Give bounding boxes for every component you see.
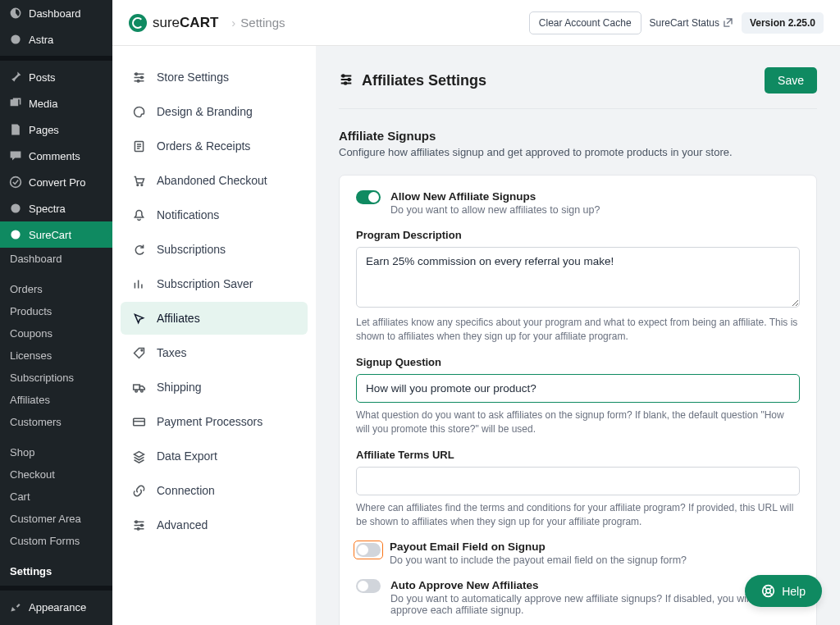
snav-shipping[interactable]: Shipping [121,371,308,404]
svg-point-11 [141,349,143,351]
main-area: sureCART ›Settings Clear Account Cache S… [112,0,840,625]
wp-sub-products[interactable]: Products [0,300,112,322]
svg-point-10 [141,184,143,185]
layers-icon [130,448,147,464]
payout-email-desc: Do you want to include the payout email … [390,554,687,566]
pin-icon [8,70,23,84]
receipt-icon [130,138,147,154]
wp-sub-customerarea[interactable]: Customer Area [0,508,112,530]
svg-rect-15 [133,418,144,426]
appearance-icon [8,600,23,614]
surecart-logo-icon [129,14,147,32]
help-fab[interactable]: Help [745,575,822,607]
wp-menu-spectra[interactable]: Spectra [0,195,112,221]
palette-icon [130,103,147,120]
snav-connection[interactable]: Connection [121,474,308,507]
surecart-icon [8,227,23,242]
wp-sub-affiliates[interactable]: Affiliates [0,389,112,411]
wp-sub-shop[interactable]: Shop [0,441,112,463]
wp-sub-licenses[interactable]: Licenses [0,344,112,367]
snav-store[interactable]: Store Settings [121,61,308,94]
bars-icon [130,276,147,292]
wp-sub-cart[interactable]: Cart [0,486,112,508]
save-button[interactable]: Save [765,67,817,94]
terms-url-input[interactable] [356,467,800,495]
separator [0,56,112,61]
snav-saver[interactable]: Subscription Saver [121,267,308,300]
dashboard-icon [8,6,23,21]
program-description-label: Program Description [356,229,800,241]
astra-icon [8,32,23,47]
wp-menu-plugins[interactable]: Plugins2 [0,620,112,625]
wp-menu-posts[interactable]: Posts [0,64,112,90]
svg-point-23 [766,589,770,593]
auto-approve-label: Auto Approve New Affiliates [390,579,800,591]
section-title: Affiliate Signups [339,129,817,143]
terms-url-label: Affiliate Terms URL [356,449,800,461]
svg-point-9 [136,184,138,185]
snav-payment[interactable]: Payment Processors [121,405,308,438]
allow-signups-toggle[interactable] [356,190,381,204]
card-icon [130,413,147,430]
wp-sub-customforms[interactable]: Custom Forms [0,530,112,552]
snav-affiliates[interactable]: Affiliates [121,302,308,335]
program-description-input[interactable] [356,247,800,308]
svg-rect-12 [133,385,139,390]
wp-menu-convertpro[interactable]: Convert Pro [0,169,112,195]
wp-sub-settings[interactable]: Settings [0,560,112,582]
wp-menu-appearance[interactable]: Appearance [0,594,112,620]
signup-card: Allow New Affiliate Signups Do you want … [339,175,817,625]
auto-approve-desc: Do you want to automatically approve new… [390,593,800,616]
wp-menu-media[interactable]: Media [0,90,112,116]
signup-question-help: What question do you want to ask affilia… [356,408,800,437]
clear-cache-button[interactable]: Clear Account Cache [529,11,641,34]
lifebuoy-icon [761,584,775,598]
wp-menu-surecart[interactable]: SureCart [0,221,112,248]
link-icon [130,482,147,499]
wp-sub-subscriptions[interactable]: Subscriptions [0,367,112,389]
wp-sub-coupons[interactable]: Coupons [0,322,112,344]
content-panel: Affiliates Settings Save Affiliate Signu… [316,46,840,625]
cursor-icon [130,310,147,326]
wp-sub-customers[interactable]: Customers [0,411,112,433]
wp-menu-astra[interactable]: Astra [0,26,112,52]
divider [339,108,817,109]
wp-sub-orders[interactable]: Orders [0,278,112,300]
bell-icon [130,207,147,223]
brand: sureCART [129,14,218,32]
wp-menu-comments[interactable]: Comments [0,143,112,169]
spectra-icon [8,201,23,216]
snav-design[interactable]: Design & Branding [121,95,308,128]
sliders-icon [130,517,147,533]
payout-email-label: Payout Email Field on Signup [390,541,687,553]
wp-menu-dashboard[interactable]: Dashboard [0,0,112,26]
signup-question-label: Signup Question [356,356,800,368]
snav-taxes[interactable]: Taxes [121,336,308,369]
payout-email-toggle[interactable] [356,543,381,557]
snav-abandoned[interactable]: Abandoned Checkout [121,164,308,197]
cart-icon [130,172,147,189]
external-link-icon [723,17,733,28]
snav-advanced[interactable]: Advanced [121,509,308,541]
wp-sub-checkout[interactable]: Checkout [0,463,112,486]
snav-notifications[interactable]: Notifications [121,198,308,231]
truck-icon [130,379,147,395]
snav-export[interactable]: Data Export [121,440,308,472]
auto-approve-toggle[interactable] [356,579,381,593]
snav-subscriptions[interactable]: Subscriptions [121,233,308,266]
version-badge: Version 2.25.0 [742,12,824,34]
chevron-right-icon: › [231,16,235,30]
topbar: sureCART ›Settings Clear Account Cache S… [112,0,840,46]
snav-orders[interactable]: Orders & Receipts [121,130,308,162]
sliders-icon [130,69,147,85]
wp-admin-sidebar: Dashboard Astra Posts Media Pages Commen… [0,0,112,625]
wp-menu-pages[interactable]: Pages [0,116,112,143]
section-subtitle: Configure how affiliates signup and get … [339,146,817,158]
surecart-status-link[interactable]: SureCart Status [650,17,733,29]
wp-sub-dashboard[interactable]: Dashboard [0,248,112,270]
comments-icon [8,148,23,163]
tag-icon [130,344,147,361]
signup-question-input[interactable] [356,374,800,403]
svg-point-3 [11,230,20,239]
terms-url-help: Where can affiliates find the terms and … [356,501,800,530]
